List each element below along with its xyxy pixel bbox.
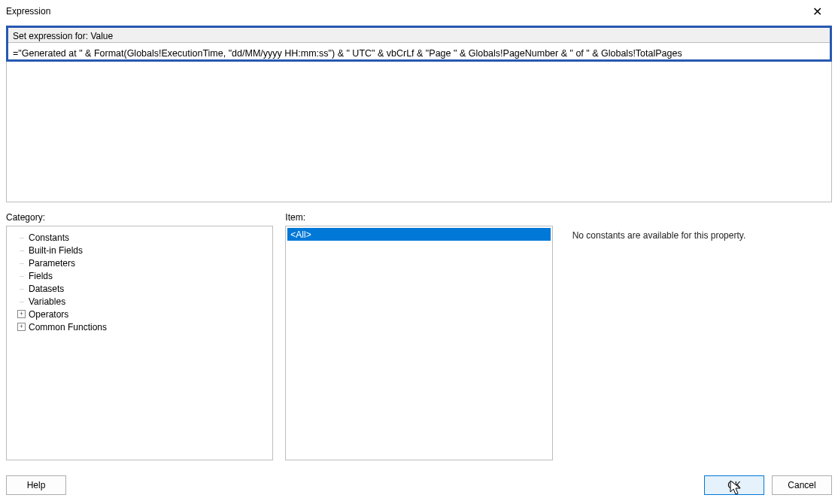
help-button[interactable]: Help [6, 475, 66, 495]
tree-item-label: Parameters [29, 258, 75, 269]
tree-item[interactable]: ⋯Built-in Fields [10, 244, 269, 257]
category-label: Category: [6, 212, 273, 223]
tree-item[interactable]: ⋯Variables [10, 295, 269, 308]
item-list[interactable]: <All> [285, 226, 552, 460]
tree-item[interactable]: +Common Functions [10, 320, 269, 333]
tree-item-label: Operators [29, 309, 68, 320]
tree-dash-icon: ⋯ [17, 272, 26, 280]
expand-icon[interactable]: + [17, 323, 26, 331]
category-tree[interactable]: ⋯Constants⋯Built-in Fields⋯Parameters⋯Fi… [6, 226, 273, 460]
close-icon[interactable]: ✕ [802, 0, 832, 23]
tree-dash-icon: ⋯ [17, 246, 26, 254]
tree-item[interactable]: ⋯Parameters [10, 257, 269, 269]
expand-icon[interactable]: + [17, 310, 26, 318]
panels: Category: ⋯Constants⋯Built-in Fields⋯Par… [6, 212, 832, 460]
item-label: Item: [285, 212, 552, 223]
tree-item-label: Fields [29, 271, 53, 281]
tree-item[interactable]: ⋯Fields [10, 269, 269, 282]
category-panel: Category: ⋯Constants⋯Built-in Fields⋯Par… [6, 212, 273, 460]
tree-item-label: Variables [29, 296, 65, 307]
cancel-button[interactable]: Cancel [772, 475, 832, 495]
expression-input[interactable] [6, 42, 832, 202]
item-panel: Item: <All> [285, 212, 552, 460]
tree-dash-icon: ⋯ [17, 297, 26, 305]
tree-item-label: Datasets [29, 284, 64, 294]
tree-item[interactable]: +Operators [10, 308, 269, 320]
titlebar: Expression ✕ [0, 0, 838, 23]
tree-item-label: Common Functions [29, 322, 107, 332]
tree-item[interactable]: ⋯Datasets [10, 282, 269, 295]
values-panel: No constants are available for this prop… [565, 212, 832, 460]
tree-dash-icon: ⋯ [17, 233, 26, 241]
tree-dash-icon: ⋯ [17, 284, 26, 293]
footer: Help OK Cancel [6, 475, 832, 495]
expression-editor-wrap [6, 42, 832, 202]
tree-item[interactable]: ⋯Constants [10, 231, 269, 244]
tree-dash-icon: ⋯ [17, 259, 26, 267]
values-label-spacer [565, 212, 832, 223]
list-item[interactable]: <All> [287, 228, 550, 241]
window-title: Expression [6, 6, 50, 17]
ok-button[interactable]: OK [704, 475, 764, 495]
tree-item-label: Built-in Fields [29, 245, 83, 256]
tree-item-label: Constants [29, 232, 69, 243]
values-box: No constants are available for this prop… [565, 226, 832, 460]
values-message: No constants are available for this prop… [566, 227, 830, 244]
